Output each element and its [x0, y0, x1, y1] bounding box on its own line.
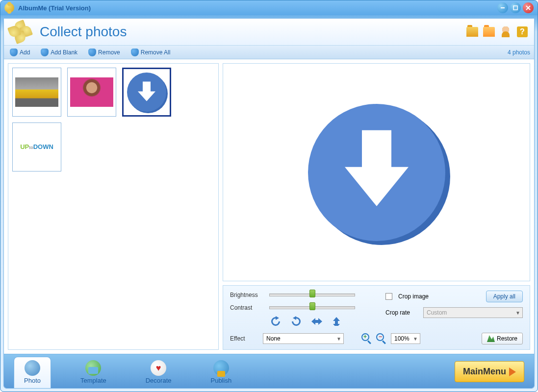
- thumbnail-image: UPtoDOWN: [15, 132, 58, 162]
- zoom-in-icon: [361, 333, 369, 341]
- thumbnail-item[interactable]: [12, 68, 61, 117]
- add-label: Add: [20, 49, 30, 56]
- zoom-select[interactable]: 100% ▼: [391, 333, 420, 344]
- play-icon: [509, 368, 516, 376]
- thumbnail-item-selected[interactable]: [122, 68, 171, 117]
- close-button[interactable]: [523, 2, 534, 13]
- main-area: UPtoDOWN: [4, 59, 534, 354]
- header-actions: ?: [465, 25, 529, 39]
- tab-label: Publish: [210, 377, 231, 384]
- logo-icon: [9, 20, 32, 44]
- maximize-icon: [513, 5, 518, 10]
- tab-photo[interactable]: Photo: [14, 357, 51, 388]
- app-icon: [4, 3, 14, 13]
- svg-rect-1: [513, 6, 517, 10]
- restore-button[interactable]: Restore: [482, 333, 523, 344]
- minimize-button[interactable]: [497, 2, 508, 13]
- save-button[interactable]: [482, 25, 496, 39]
- photo-count: 4 photos: [508, 49, 530, 56]
- slider-thumb-icon: [309, 302, 315, 310]
- bottom-navigation: Photo Template ♥ Decorate Publish MainMe…: [4, 354, 534, 388]
- template-tab-icon: [85, 360, 101, 376]
- add-icon: [10, 49, 18, 56]
- heart-icon: ♥: [151, 360, 166, 376]
- down-arrow-icon: [136, 79, 157, 103]
- contrast-label: Contrast: [230, 304, 264, 311]
- controls-panel: Brightness Contrast: [223, 285, 530, 350]
- remove-all-button[interactable]: Remove All: [129, 48, 176, 57]
- folder-save-icon: [483, 27, 495, 37]
- add-blank-label: Add Blank: [51, 49, 77, 56]
- thumbnail-image: [127, 73, 166, 112]
- header-bar: Collect photos ?: [4, 19, 534, 46]
- open-folder-button[interactable]: [465, 25, 479, 39]
- remove-icon: [88, 49, 96, 56]
- down-arrow-icon: [337, 120, 416, 213]
- window-title: AlbumMe (Trial Version): [18, 4, 91, 12]
- remove-label: Remove: [98, 49, 120, 56]
- close-icon: [526, 5, 531, 10]
- chevron-down-icon: ▼: [515, 310, 520, 316]
- folder-icon: [466, 27, 478, 37]
- crop-rate-value: Custom: [427, 309, 447, 316]
- slider-thumb-icon: [309, 290, 315, 297]
- contrast-slider[interactable]: [269, 303, 355, 312]
- main-frame: Collect photos ? Add Add Blank Remove: [3, 18, 535, 389]
- remove-all-label: Remove All: [141, 49, 171, 56]
- svg-rect-0: [501, 7, 505, 8]
- crop-image-label: Crop image: [398, 293, 429, 300]
- tab-label: Template: [80, 377, 106, 384]
- thumbnail-item[interactable]: [67, 68, 116, 117]
- help-button[interactable]: ?: [515, 25, 529, 39]
- help-icon: ?: [517, 26, 528, 37]
- right-panel: Brightness Contrast: [223, 63, 530, 350]
- main-menu-label: MainMenu: [463, 367, 506, 377]
- zoom-out-button[interactable]: [376, 333, 387, 344]
- chevron-down-icon: ▼: [336, 336, 341, 342]
- apply-all-button[interactable]: Apply all: [486, 291, 523, 302]
- titlebar: AlbumMe (Trial Version): [0, 0, 538, 15]
- thumbnail-image: [70, 77, 113, 107]
- tab-publish[interactable]: Publish: [201, 357, 241, 388]
- crop-rate-label: Crop rate: [385, 309, 417, 316]
- tab-label: Decorate: [146, 377, 172, 384]
- effect-value: None: [266, 335, 281, 342]
- preview-image: [308, 104, 445, 241]
- thumbnail-image: [15, 77, 58, 107]
- zoom-out-icon: [376, 333, 384, 341]
- rotate-icons: [269, 316, 371, 326]
- tab-decorate[interactable]: ♥ Decorate: [136, 357, 181, 388]
- crop-rate-select[interactable]: Custom ▼: [423, 307, 523, 318]
- zoom-in-button[interactable]: [361, 333, 372, 344]
- rotate-right-button[interactable]: [290, 316, 302, 326]
- globe-icon: [213, 360, 229, 376]
- crop-image-checkbox[interactable]: [385, 293, 392, 300]
- zoom-value: 100%: [394, 335, 410, 342]
- tab-label: Photo: [24, 377, 41, 384]
- restore-label: Restore: [497, 335, 517, 342]
- application-window: AlbumMe (Trial Version) Collect photos: [0, 0, 538, 392]
- minimize-icon: [500, 5, 505, 10]
- maximize-button[interactable]: [510, 2, 521, 13]
- brightness-label: Brightness: [230, 292, 264, 298]
- thumbnail-item[interactable]: UPtoDOWN: [12, 122, 61, 172]
- chevron-down-icon: ▼: [413, 336, 418, 342]
- thumbnails-panel: UPtoDOWN: [8, 63, 219, 350]
- effect-select[interactable]: None ▼: [263, 333, 344, 344]
- preview-panel: [223, 63, 530, 281]
- remove-all-icon: [131, 49, 139, 56]
- page-title: Collect photos: [40, 24, 127, 40]
- effect-label: Effect: [230, 335, 257, 342]
- add-blank-button[interactable]: Add Blank: [39, 48, 82, 57]
- flip-horizontal-button[interactable]: [310, 316, 322, 326]
- main-menu-button[interactable]: MainMenu: [455, 361, 524, 382]
- flip-vertical-button[interactable]: [331, 316, 343, 326]
- photo-tab-icon: [25, 360, 40, 376]
- toolbar: Add Add Blank Remove Remove All 4 photos: [4, 46, 534, 59]
- rotate-left-button[interactable]: [269, 316, 281, 326]
- user-button[interactable]: [499, 25, 512, 39]
- brightness-slider[interactable]: [269, 291, 355, 299]
- tab-template[interactable]: Template: [71, 357, 116, 388]
- remove-button[interactable]: Remove: [86, 48, 125, 57]
- add-button[interactable]: Add: [8, 48, 35, 57]
